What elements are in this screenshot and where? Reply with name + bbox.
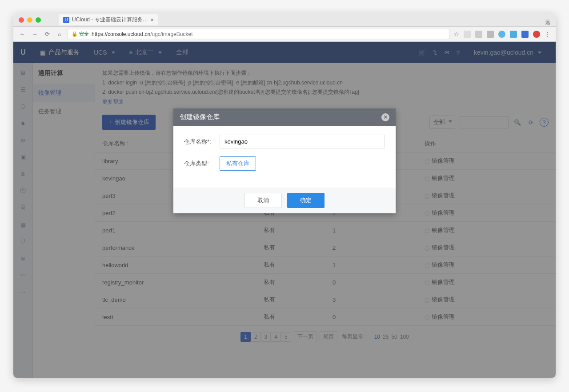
menu-icon[interactable]: ⋮ xyxy=(545,31,550,37)
repo-name-input[interactable] xyxy=(220,135,385,148)
url-host: https://console.ucloud.cn xyxy=(92,31,150,37)
browser-frame: 远 U UCloud - 专业基础云计算服务… × ← → ⟳ ⌂ 🔒 安全 h… xyxy=(13,13,556,378)
ext-icon[interactable] xyxy=(464,31,471,38)
type-option-private[interactable]: 私有仓库 xyxy=(220,156,256,171)
type-label: 仓库类型: xyxy=(184,160,220,168)
favicon-icon: U xyxy=(63,17,69,23)
zoom-window-icon[interactable] xyxy=(36,17,41,23)
ext-icon[interactable] xyxy=(521,31,529,38)
minimize-window-icon[interactable] xyxy=(27,17,32,23)
close-window-icon[interactable] xyxy=(19,17,24,23)
ext-icon[interactable] xyxy=(510,31,517,38)
forward-icon[interactable]: → xyxy=(31,31,38,38)
close-icon[interactable]: ✕ xyxy=(381,113,389,121)
name-label: 仓库名称*: xyxy=(184,138,220,146)
create-repo-modal: 创建镜像仓库 ✕ 仓库名称*: 仓库类型: 私有仓库 取消 确定 xyxy=(173,108,396,213)
star-icon[interactable]: ☆ xyxy=(454,31,459,37)
back-icon[interactable]: ← xyxy=(19,31,26,38)
tab-close-icon[interactable]: × xyxy=(151,17,154,23)
url-path: /ugc/imageBucket xyxy=(150,31,192,37)
ext-icon[interactable] xyxy=(487,31,494,38)
cancel-button[interactable]: 取消 xyxy=(244,193,282,208)
modal-header: 创建镜像仓库 ✕ xyxy=(173,108,396,126)
lock-icon: 🔒 安全 xyxy=(72,31,89,37)
reload-icon[interactable]: ⟳ xyxy=(44,31,51,38)
window-titlebar: U UCloud - 专业基础云计算服务… × xyxy=(13,13,556,27)
extension-icons: ⋮ xyxy=(464,31,550,38)
modal-title: 创建镜像仓库 xyxy=(180,113,220,121)
remote-label: 远 xyxy=(545,19,550,26)
ext-icon[interactable] xyxy=(498,31,505,38)
ext-icon[interactable] xyxy=(475,31,482,38)
confirm-button[interactable]: 确定 xyxy=(287,193,325,208)
browser-tab[interactable]: U UCloud - 专业基础云计算服务… × xyxy=(59,14,158,25)
tab-title: UCloud - 专业基础云计算服务… xyxy=(72,16,148,24)
address-bar: ← → ⟳ ⌂ 🔒 安全 https://console.ucloud.cn/u… xyxy=(13,27,556,42)
abp-icon[interactable] xyxy=(533,31,540,38)
home-icon[interactable]: ⌂ xyxy=(56,31,63,38)
url-input[interactable]: 🔒 安全 https://console.ucloud.cn/ugc/image… xyxy=(68,29,449,39)
